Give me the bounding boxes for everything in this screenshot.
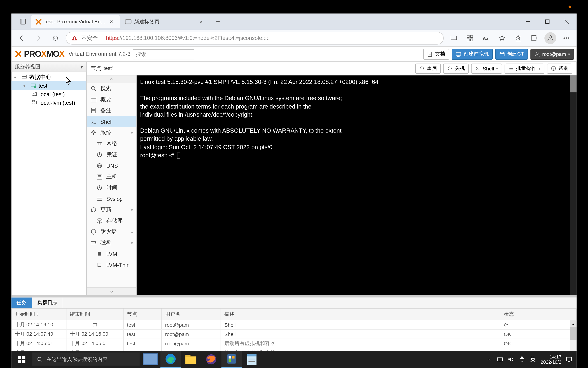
node-body: 搜索 概要 备注 Shell 系统▾ 网络 凭证 DNS 主机 时间 Syslo… [87,75,577,295]
desktop-app-icon[interactable] [447,31,461,45]
col-desc[interactable]: 描述 [221,309,500,320]
collapse-icon[interactable]: ▾ [23,83,28,88]
browser-tabstrip: test - Proxmox Virtual Environme × 新建标签页… [11,13,577,30]
reload-button[interactable] [49,31,62,45]
tray-accessibility-icon[interactable] [518,356,525,363]
more-menu-icon[interactable] [560,31,573,45]
pve-global-search[interactable] [133,49,194,59]
menu-time[interactable]: 时间 [87,182,136,193]
taskbar-firefox[interactable] [201,351,221,368]
bulk-actions-button[interactable]: 批量操作▾ [505,64,544,74]
shell-dropdown-button[interactable]: Shell▾ [471,64,502,74]
extensions-icon[interactable] [463,31,476,45]
start-button[interactable] [11,351,32,368]
new-tab-button[interactable]: + [212,16,224,28]
menu-repos[interactable]: 存储库 [87,215,136,226]
hosts-icon [96,173,103,180]
favorite-icon[interactable] [495,31,509,45]
create-vm-button[interactable]: 创建虚拟机 [452,48,493,59]
svg-rect-80 [93,323,97,326]
terminal-scrollbar[interactable] [570,75,577,295]
tree-storage-locallvm[interactable]: local-lvm (test) [11,98,86,107]
menu-scroll-up[interactable] [87,75,136,83]
close-tab-icon[interactable]: × [199,19,205,25]
menu-network[interactable]: 网络 [87,138,136,149]
refresh-icon [90,206,97,213]
help-button[interactable]: 帮助 [547,64,572,74]
table-row[interactable]: 十月 02 14:07:49十月 02 14:16:09testroot@pam… [11,330,577,339]
taskbar-explorer[interactable] [181,351,201,368]
user-menu-button[interactable]: root@pam ▾ [530,48,574,59]
tray-chevron-up-icon[interactable] [485,356,492,363]
pve-version-label: Virtual Environment 7.2-3 [69,51,131,57]
taskbar-edge[interactable] [160,351,181,368]
shell-terminal[interactable]: Linux test 5.15.30-2-pve #1 SMP PVE 5.15… [137,75,577,295]
tray-volume-icon[interactable] [508,356,514,363]
browser-tab-inactive[interactable]: 新建标签页 × [121,15,210,28]
tab-actions-button[interactable] [15,13,31,30]
tray-network-icon[interactable] [497,356,503,363]
menu-system[interactable]: 系统▾ [87,127,136,138]
close-tab-icon[interactable]: × [110,19,116,25]
view-selector[interactable]: 服务器视图 ▾ [11,62,86,72]
docs-button[interactable]: 文档 [423,48,449,59]
tree-storage-local[interactable]: local (test) [11,90,86,98]
menu-lvm[interactable]: LVM [87,248,136,259]
camera-indicator-dot [569,6,571,8]
menu-dns[interactable]: DNS [87,160,136,171]
svg-point-105 [521,357,523,358]
node-toolbar: 节点 'test' 重启 关机 Shell▾ 批量操作▾ 帮助 [87,62,577,75]
menu-syslog[interactable]: Syslog [87,193,136,204]
taskbar-search[interactable]: 在这里输入你要搜索的内容 [32,353,140,366]
browser-window: test - Proxmox Virtual Environme × 新建标签页… [11,13,577,368]
tray-ime-icon[interactable]: 英 [530,356,536,363]
collapse-icon[interactable]: ▾ [14,75,19,79]
tree-datacenter[interactable]: ▾ 数据中心 [11,73,86,81]
profile-avatar[interactable] [544,31,557,45]
text-size-icon[interactable]: AA [479,31,493,45]
menu-search[interactable]: 搜索 [87,83,136,94]
col-node[interactable]: 节点 [124,309,162,320]
taskbar-vmware[interactable] [221,351,242,368]
log-tab-tasks[interactable]: 任务 [11,298,32,308]
col-start[interactable]: 开始时间 ↓ [11,309,67,320]
svg-rect-7 [74,37,75,38]
taskbar-notepad[interactable] [242,351,262,368]
menu-summary[interactable]: 概要 [87,94,136,105]
menu-shell[interactable]: Shell [87,116,136,127]
tray-notifications-icon[interactable] [566,356,572,363]
menu-hosts[interactable]: 主机 [87,171,136,182]
col-status[interactable]: 状态 [500,309,577,320]
minimize-button[interactable] [518,13,538,30]
address-bar[interactable]: 不安全 | https://192.168.100.106:8006/#v1:0… [66,32,444,44]
col-end[interactable]: 结束时间 [66,309,123,320]
shutdown-button[interactable]: 关机 [443,64,469,74]
reboot-button[interactable]: 重启 [415,64,441,74]
table-row[interactable]: 十月 02 14:16:10testroot@pamShell⟳ [11,321,577,330]
tree-node-test[interactable]: ▾ test [11,81,86,90]
menu-firewall[interactable]: 防火墙▸ [87,226,136,237]
back-button[interactable] [15,31,28,45]
table-row[interactable]: 十月 02 14:05:51十月 02 14:05:51testroot@pam… [11,339,577,349]
summary-icon [90,96,97,103]
svg-point-59 [93,132,94,134]
svg-rect-96 [232,356,234,359]
menu-updates[interactable]: 更新▾ [87,204,136,215]
close-window-button[interactable] [557,13,577,30]
proxmox-logo: ✕ PROXMOX [14,48,64,60]
maximize-button[interactable] [538,13,557,30]
favorites-bar-icon[interactable] [511,31,525,45]
collections-icon[interactable] [527,31,541,45]
col-user[interactable]: 用户名 [162,309,221,320]
menu-disks[interactable]: 磁盘▾ [87,237,136,248]
menu-lvmthin[interactable]: LVM-Thin [87,259,136,270]
browser-tab-active[interactable]: test - Proxmox Virtual Environme × [31,15,120,28]
menu-scroll-down[interactable] [87,287,136,295]
log-tab-cluster[interactable]: 集群日志 [32,298,63,308]
create-ct-button[interactable]: 创建CT [495,48,528,59]
taskbar-app-thumbnail[interactable] [140,351,160,368]
menu-notes[interactable]: 备注 [87,105,136,116]
tray-clock[interactable]: 14:17 2022/10/2 [541,354,561,365]
svg-rect-1 [20,19,22,24]
menu-certs[interactable]: 凭证 [87,149,136,160]
